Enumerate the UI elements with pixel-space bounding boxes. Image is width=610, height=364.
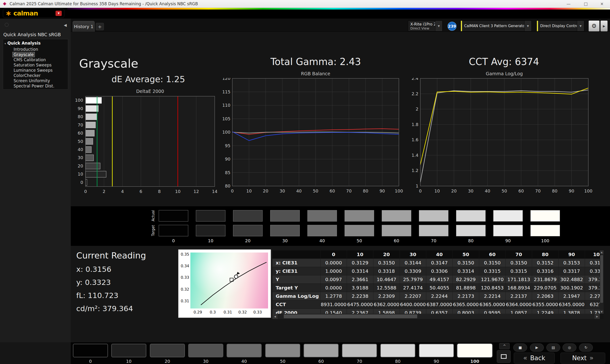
svg-text:0: 0 <box>80 180 83 185</box>
table-horizontal-scrollbar[interactable]: ◀ ▶ <box>272 314 600 319</box>
read-button[interactable]: ◎ <box>563 343 576 351</box>
svg-text:105: 105 <box>222 116 230 121</box>
back-button[interactable]: « Back <box>514 352 555 364</box>
table-cell: 0.3314 <box>347 267 373 275</box>
minimize-button[interactable]: — <box>561 0 576 8</box>
play-button[interactable]: ▶ <box>530 343 544 351</box>
table-cell: 2.2214 <box>479 292 506 300</box>
cie-y-tick: 0.35 <box>180 252 189 257</box>
svg-text:1: 1 <box>416 183 418 188</box>
pattern-level-button-30[interactable] <box>188 344 223 357</box>
tree-collapse-icon[interactable]: ▾ <box>4 42 6 45</box>
svg-text:50: 50 <box>502 188 507 194</box>
sidebar-item-screen-uniformity[interactable]: Screen Uniformity <box>3 78 68 83</box>
add-tab-button[interactable]: + <box>96 23 104 30</box>
sidebar-item-saturation-sweeps[interactable]: Saturation Sweeps <box>3 62 68 68</box>
svg-text:60: 60 <box>78 130 83 136</box>
maximize-button[interactable]: □ <box>579 0 593 8</box>
pattern-level-button-50[interactable] <box>265 344 300 357</box>
table-cell: 25.7979 <box>400 275 426 284</box>
svg-text:85: 85 <box>225 170 230 175</box>
save-button[interactable]: ▤ <box>546 343 560 351</box>
table-cell: 0.1540 <box>321 309 347 314</box>
pattern-level-button-0[interactable] <box>73 344 108 357</box>
display-control-dropdown[interactable]: Direct Display Control ▼ <box>537 21 584 31</box>
pattern-level-button-60[interactable] <box>304 344 338 357</box>
target-swatch-10 <box>196 225 225 236</box>
svg-text:70: 70 <box>535 188 541 194</box>
scrollbar-thumb[interactable] <box>600 255 603 303</box>
table-cell: 2.2137 <box>506 292 532 300</box>
target-swatch-60 <box>382 225 411 236</box>
app-icon <box>2 2 7 6</box>
sidebar-item-introduction[interactable]: Introduction <box>3 47 68 52</box>
stop-button[interactable]: ■ <box>513 343 527 351</box>
target-swatch-90 <box>493 225 523 236</box>
pattern-level-button-100[interactable] <box>457 344 492 357</box>
scroll-left-icon[interactable]: ◀ <box>272 314 278 319</box>
table-cell: 1.2249 <box>532 309 558 314</box>
dropdown-arrow-icon[interactable]: ▼ <box>524 21 531 31</box>
pattern-window-button[interactable] <box>497 350 511 363</box>
tab-history-1[interactable]: History 1 <box>73 21 95 32</box>
pattern-generator-dropdown[interactable]: CalMAN Client 3 Pattern Generator ▼ <box>461 21 532 31</box>
table-row-label-target-y: Target Y <box>272 284 321 292</box>
calman-logo-menu[interactable]: ∗ calman ▼ <box>3 9 64 18</box>
reading-y: y: 0.3323 <box>76 278 111 286</box>
dropdown-arrow-icon[interactable]: ▼ <box>435 21 442 31</box>
sidebar-item-cms-calibration[interactable]: CMS Calibration <box>3 57 68 62</box>
dropdown-arrow-icon[interactable]: ▼ <box>577 21 584 31</box>
meter-dropdown[interactable]: X-Rite i1Pro 2 Direct View ▼ <box>408 21 442 31</box>
tree-root-quick-analysis[interactable]: ▾Quick Analysis <box>4 40 40 46</box>
pattern-level-button-20[interactable] <box>150 344 185 357</box>
sidebar-item-colorchecker[interactable]: ColorChecker <box>3 73 68 78</box>
svg-text:115: 115 <box>222 89 230 94</box>
table-cell: 0.3306 <box>426 267 453 275</box>
cie-x-tick: 0.29 <box>193 310 203 314</box>
pattern-bar-expand-button[interactable]: ^ <box>499 343 510 349</box>
table-cell: 1.2778 <box>321 292 347 300</box>
table-cell: 231.8679 <box>532 275 558 284</box>
sidebar-item-grayscale[interactable]: Grayscale <box>3 52 68 57</box>
reading-fl: fL: 110.723 <box>76 291 118 300</box>
scrollbar-thumb[interactable] <box>284 314 417 318</box>
refresh-button[interactable]: ↻ <box>579 343 593 351</box>
table-vertical-scrollbar[interactable]: ▲ ▼ <box>600 250 604 314</box>
sidebar-item-spectral-power-dist[interactable]: Spectral Power Dist. <box>3 83 68 89</box>
pattern-level-button-70[interactable] <box>342 344 377 357</box>
table-cell: 1.0000 <box>321 267 347 275</box>
pattern-level-button-90[interactable] <box>419 344 454 357</box>
pattern-generator-name: CalMAN Client 3 Pattern Generator <box>464 24 522 28</box>
sidebar-options-icon[interactable] <box>5 23 9 27</box>
gear-icon[interactable]: ⚙ <box>591 23 597 29</box>
scroll-down-icon[interactable]: ▼ <box>600 310 604 314</box>
next-button[interactable]: Next » <box>560 352 605 364</box>
table-cell: 12.5588 <box>373 284 400 292</box>
scroll-up-icon[interactable]: ▲ <box>600 250 604 254</box>
logo-dropdown-icon[interactable]: ▼ <box>55 11 62 16</box>
scroll-right-icon[interactable]: ▶ <box>595 314 600 319</box>
pattern-level-label: 60 <box>304 359 338 364</box>
svg-text:70: 70 <box>78 122 83 128</box>
toolbar-expand-button[interactable]: ▶ <box>600 21 608 31</box>
close-button[interactable]: × <box>595 0 609 8</box>
table-cell: 302.4882 <box>558 275 585 284</box>
svg-text:2.2: 2.2 <box>412 91 418 96</box>
back-label: Back <box>530 354 545 362</box>
brand-band: ∗ calman ▼ <box>0 8 610 19</box>
svg-text:100: 100 <box>395 188 403 194</box>
sidebar-item-luminance-sweeps[interactable]: Luminance Sweeps <box>3 68 68 73</box>
pattern-level-button-10[interactable] <box>111 344 146 357</box>
table-cell: 49.4157 <box>426 275 453 284</box>
cie-x-tick: 0.3 <box>208 310 218 314</box>
svg-text:90: 90 <box>569 188 574 194</box>
swatch-level-label: 30 <box>270 238 300 243</box>
pattern-level-button-80[interactable] <box>380 344 415 357</box>
pattern-level-label: 70 <box>342 359 377 364</box>
svg-text:20: 20 <box>263 188 268 194</box>
pattern-level-button-40[interactable] <box>227 344 262 357</box>
collapse-sidebar-button[interactable]: ◀ <box>63 22 68 28</box>
cie-x-tick: 0.33 <box>252 310 263 314</box>
svg-text:90: 90 <box>78 106 83 111</box>
meter-name: X-Rite i1Pro 2 <box>410 22 433 26</box>
